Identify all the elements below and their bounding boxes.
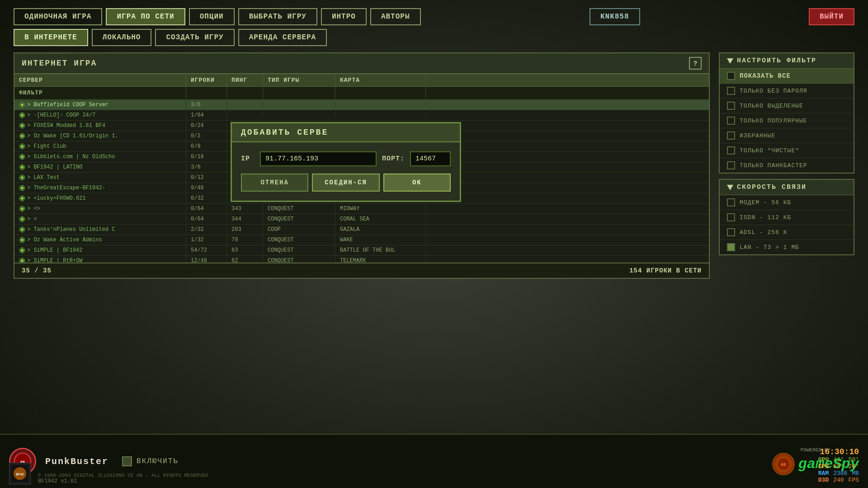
server-status-icon bbox=[19, 216, 25, 222]
ip-label: IP bbox=[241, 155, 255, 163]
help-button[interactable]: ? bbox=[689, 57, 702, 70]
nav-multiplayer[interactable]: ИГРА ПО СЕТИ bbox=[106, 8, 185, 25]
svg-point-19 bbox=[21, 197, 24, 200]
checkbox-punkbuster[interactable] bbox=[727, 161, 735, 169]
server-players-cell: 0/24 bbox=[186, 121, 227, 131]
filter-option-clean[interactable]: ТОЛЬКО "ЧИСТЫЕ" bbox=[720, 143, 854, 158]
col-players[interactable]: ИГРОКИ bbox=[186, 74, 227, 86]
server-type-cell bbox=[263, 103, 335, 107]
col-map[interactable]: КАРТА bbox=[335, 74, 426, 86]
server-row[interactable]: > Oz Wake Active Admins1/3278CONQUESTWAK… bbox=[14, 235, 709, 245]
connect-button[interactable]: СОЕДИН-СЯ bbox=[312, 174, 379, 192]
speed-checkbox-isdn[interactable] bbox=[727, 213, 735, 221]
server-name-cell: > LAX Test bbox=[14, 173, 186, 183]
server-row[interactable]: > SiMPLE | BF194254/7263CONQUESTBATTLE O… bbox=[14, 245, 709, 256]
svg-point-17 bbox=[21, 187, 24, 189]
ip-input[interactable] bbox=[260, 151, 377, 166]
nav-internet[interactable]: В ИНТЕРНЕТЕ bbox=[14, 29, 88, 46]
server-type-cell bbox=[263, 113, 335, 117]
nav-selectgame[interactable]: ВЫБРАТЬ ИГРУ bbox=[238, 8, 317, 25]
col-ping[interactable]: ПИНГ bbox=[227, 74, 263, 86]
filter-map-cell bbox=[335, 87, 426, 99]
server-ping-cell: 203 bbox=[227, 225, 263, 235]
nav-exit[interactable]: ВЫЙТИ bbox=[809, 8, 854, 25]
speed-checkbox-adsl[interactable] bbox=[727, 228, 735, 236]
checkbox-clean[interactable] bbox=[727, 146, 735, 155]
server-name-cell: > =lucky=FHSWO.621 bbox=[14, 193, 186, 203]
cpu-val: 55° bbox=[833, 463, 844, 470]
copyright-text: © 1999-2003 DIGITAL ILLUSIONS CE AB - AL… bbox=[38, 473, 208, 478]
col-server[interactable]: СЕРВЕР bbox=[14, 74, 186, 86]
nav-local[interactable]: ЛОКАЛЬНО bbox=[92, 29, 152, 46]
checkbox-favorites[interactable] bbox=[727, 131, 735, 140]
col-gametype[interactable]: ТИП ИГРЫ bbox=[263, 74, 335, 86]
filter-option-selected[interactable]: ТОЛЬКО ВЫДЕЛЕНЫЕ bbox=[720, 99, 854, 113]
time-display: 16:30:10 bbox=[818, 447, 859, 456]
server-row[interactable]: > Tanks'nPlanes Unlimited C2/32203COOPGA… bbox=[14, 225, 709, 235]
server-name-text: > BF1942 | LATINO bbox=[27, 164, 82, 170]
server-ping-cell bbox=[227, 113, 263, 117]
user-btn-container: knk858 bbox=[590, 8, 640, 25]
nav-options[interactable]: ОПЦИИ bbox=[189, 8, 235, 25]
server-name-cell: > SiMPLE | RtR+SW bbox=[14, 256, 186, 263]
server-name-text: > Gibblets.com | Nz OldScho bbox=[27, 154, 115, 160]
server-row[interactable]: > Bafflefield COOP Server3/6 bbox=[14, 100, 709, 110]
speed-checkbox-modem[interactable] bbox=[727, 198, 735, 206]
speed-option-modem[interactable]: МОДЕМ - 56 Кб bbox=[720, 195, 854, 210]
server-map-cell: GAZALA bbox=[335, 225, 426, 235]
speed-option-lan[interactable]: LAN - T3 > 1 Мб bbox=[720, 240, 854, 254]
server-ping-cell: 62 bbox=[227, 256, 263, 263]
server-row[interactable]: > <0/64344CONQUESTCORAL SEA bbox=[14, 214, 709, 225]
speed-label-lan: LAN - T3 > 1 Мб bbox=[740, 244, 799, 251]
speed-options-container: МОДЕМ - 56 КбISDN - 112 КбADSL - 256 КLA… bbox=[720, 195, 854, 254]
server-status-icon bbox=[19, 154, 25, 160]
server-row[interactable]: > -[HELLO]- COOP 24/71/64 bbox=[14, 110, 709, 121]
checkbox-label-no_password: ТОЛЬКО БЕЗ ПАРОЛЯ bbox=[740, 88, 807, 94]
checkbox-no_password[interactable] bbox=[727, 87, 735, 95]
speed-option-adsl[interactable]: ADSL - 256 К bbox=[720, 225, 854, 240]
server-row[interactable]: > SiMPLE | RtR+SW12/4862CONQUESTTELEMARK bbox=[14, 256, 709, 263]
svg-text:BF42: BF42 bbox=[16, 473, 24, 476]
server-name-cell: > Gibblets.com | Nz OldScho bbox=[14, 152, 186, 162]
checkbox-popular[interactable] bbox=[727, 117, 735, 125]
server-name-text: > LAX Test bbox=[27, 174, 60, 181]
server-name-cell: > FOXES¥ Modded 1.61 BF4 bbox=[14, 121, 186, 131]
server-status-icon bbox=[19, 185, 25, 191]
show-all-button[interactable]: ПОКАЗАТЬ ВСЕ bbox=[720, 69, 854, 84]
filter-option-favorites[interactable]: ИЗБРАННЫЕ bbox=[720, 128, 854, 143]
ok-button[interactable]: OK bbox=[383, 174, 451, 192]
nav-singleplayer[interactable]: ОДИНОЧНАЯ ИГРА bbox=[14, 8, 102, 25]
nav-intro[interactable]: ИНТРО bbox=[321, 8, 367, 25]
nav-credits[interactable]: АВТОРЫ bbox=[370, 8, 421, 25]
port-input[interactable] bbox=[410, 151, 451, 166]
nav-create[interactable]: СОЗДАТЬ ИГРУ bbox=[155, 29, 234, 46]
server-row[interactable]: > <>0/64343CONQUESTMIDWAY bbox=[14, 204, 709, 214]
server-name-text: > Oz Wake Active Admins bbox=[27, 237, 102, 243]
server-name-text: > -[HELLO]- COOP 24/7 bbox=[27, 112, 95, 118]
server-ping-cell: 344 bbox=[227, 214, 263, 224]
server-status-icon bbox=[19, 195, 25, 202]
filter-server-cell: ФИЛЬТР bbox=[14, 87, 186, 99]
cancel-button[interactable]: ОТМЕНА bbox=[241, 174, 308, 192]
dialog-body: IP ПОРТ: ОТМЕНА СОЕДИН-СЯ OK bbox=[232, 142, 460, 201]
server-status-icon bbox=[19, 226, 25, 233]
nav-user[interactable]: knk858 bbox=[590, 8, 640, 25]
gpu-label: GPU bbox=[818, 456, 829, 463]
svg-point-29 bbox=[21, 249, 24, 252]
nav-rent[interactable]: АРЕНДА СЕРВЕРА bbox=[238, 29, 327, 46]
filter-option-no_password[interactable]: ТОЛЬКО БЕЗ ПАРОЛЯ bbox=[720, 84, 854, 99]
server-type-cell: CONQUEST bbox=[263, 214, 335, 224]
filter-options-container: ТОЛЬКО БЕЗ ПАРОЛЯТОЛЬКО ВЫДЕЛЕНЫЕТОЛЬКО … bbox=[720, 84, 854, 173]
filter-type-cell bbox=[263, 87, 335, 99]
filter-options-section: НАСТРОИТЬ ФИЛЬТР ПОКАЗАТЬ ВСЕ ТОЛЬКО БЕЗ… bbox=[719, 52, 854, 174]
speed-option-isdn[interactable]: ISDN - 112 Кб bbox=[720, 210, 854, 225]
checkbox-selected[interactable] bbox=[727, 102, 735, 110]
svg-point-11 bbox=[21, 155, 24, 158]
filter-option-popular[interactable]: ТОЛЬКО ПОПУЛЯРНЫЕ bbox=[720, 113, 854, 128]
show-all-checkbox[interactable] bbox=[727, 72, 735, 80]
server-players-cell: 2/32 bbox=[186, 225, 227, 235]
filter-option-punkbuster[interactable]: ТОЛЬКО ПАНКБАСТЕР bbox=[720, 158, 854, 173]
speed-checkbox-lan[interactable] bbox=[727, 243, 735, 251]
server-players-cell: 1/64 bbox=[186, 110, 227, 120]
sys-stats: 16:30:10 GPU 42° 50° CPU 55° 26° RAM 230… bbox=[818, 447, 859, 483]
